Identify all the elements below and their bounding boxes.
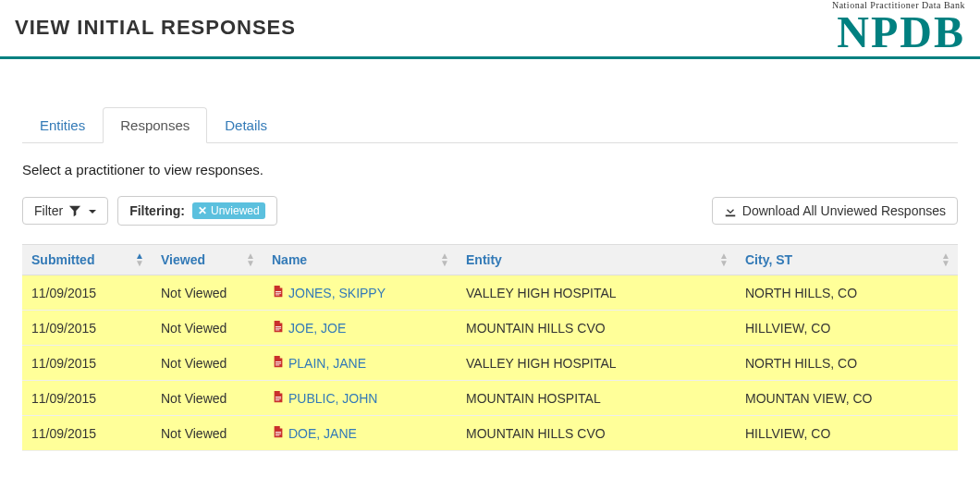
filtering-status: Filtering: ✕ Unviewed [117, 196, 277, 226]
svg-rect-5 [276, 330, 279, 331]
table-row[interactable]: 11/09/2015Not ViewedPLAIN, JANEVALLEY HI… [22, 346, 958, 381]
download-all-label: Download All Unviewed Responses [742, 203, 946, 218]
cell-submitted: 11/09/2015 [22, 416, 152, 451]
svg-rect-6 [276, 361, 281, 362]
cell-city-st: HILLVIEW, CO [736, 416, 958, 451]
col-city-st[interactable]: City, ST ▲▼ [736, 245, 958, 275]
cell-entity: VALLEY HIGH HOSPITAL [457, 346, 736, 381]
cell-city-st: NORTH HILLS, CO [736, 346, 958, 381]
cell-entity: VALLEY HIGH HOSPITAL [457, 275, 736, 311]
cell-viewed: Not Viewed [152, 311, 263, 346]
col-city-st-label: City, ST [745, 252, 792, 267]
sort-icon: ▲▼ [135, 252, 144, 267]
practitioner-link[interactable]: JOE, JOE [288, 321, 346, 336]
npdb-logo: National Practitioner Data Bank NPDB [832, 0, 965, 55]
cell-city-st: NORTH HILLS, CO [736, 275, 958, 311]
filter-tag-unviewed[interactable]: ✕ Unviewed [192, 202, 265, 219]
cell-name: DOE, JANE [263, 416, 457, 451]
table-row[interactable]: 11/09/2015Not ViewedDOE, JANEMOUNTAIN HI… [22, 416, 958, 451]
cell-name: PUBLIC, JOHN [263, 381, 457, 416]
cell-name: JOE, JOE [263, 311, 457, 346]
instruction-text: Select a practitioner to view responses. [22, 162, 958, 177]
svg-rect-1 [276, 293, 281, 294]
col-viewed-label: Viewed [161, 252, 205, 267]
cell-name: PLAIN, JANE [263, 346, 457, 381]
page-title: VIEW INITIAL RESPONSES [15, 16, 296, 40]
table-row[interactable]: 11/09/2015Not ViewedJONES, SKIPPYVALLEY … [22, 275, 958, 311]
funnel-icon [68, 204, 81, 217]
tab-bar: Entities Responses Details [22, 107, 958, 143]
cell-viewed: Not Viewed [152, 381, 263, 416]
toolbar-left: Filter Filtering: ✕ Unviewed [22, 196, 277, 226]
practitioner-link[interactable]: PLAIN, JANE [288, 356, 366, 371]
col-submitted-label: Submitted [31, 252, 94, 267]
cell-viewed: Not Viewed [152, 275, 263, 311]
responses-table: Submitted ▲▼ Viewed ▲▼ Name ▲▼ Entity ▲▼… [22, 244, 958, 451]
filter-button[interactable]: Filter [22, 197, 108, 225]
col-name-label: Name [272, 252, 307, 267]
pdf-icon [272, 427, 285, 441]
tab-details[interactable]: Details [207, 107, 285, 143]
cell-submitted: 11/09/2015 [22, 311, 152, 346]
download-all-button[interactable]: Download All Unviewed Responses [712, 197, 958, 225]
cell-entity: MOUNTAIN HOSPITAL [457, 381, 736, 416]
sort-icon: ▲▼ [440, 252, 449, 267]
cell-viewed: Not Viewed [152, 346, 263, 381]
svg-rect-4 [276, 328, 281, 329]
sort-icon: ▲▼ [719, 252, 729, 267]
sort-icon: ▲▼ [246, 252, 255, 267]
caret-down-icon [87, 203, 96, 218]
col-entity[interactable]: Entity ▲▼ [457, 245, 736, 275]
col-viewed[interactable]: Viewed ▲▼ [152, 245, 263, 275]
svg-rect-2 [276, 295, 279, 296]
col-submitted[interactable]: Submitted ▲▼ [22, 245, 152, 275]
table-row[interactable]: 11/09/2015Not ViewedPUBLIC, JOHNMOUNTAIN… [22, 381, 958, 416]
practitioner-link[interactable]: PUBLIC, JOHN [288, 391, 377, 406]
content-area: Entities Responses Details Select a prac… [0, 59, 980, 462]
filter-tag-label: Unviewed [211, 204, 260, 217]
cell-name: JONES, SKIPPY [263, 275, 457, 311]
svg-rect-11 [276, 400, 279, 401]
table-header-row: Submitted ▲▼ Viewed ▲▼ Name ▲▼ Entity ▲▼… [22, 245, 958, 275]
svg-rect-0 [276, 291, 281, 292]
cell-city-st: MOUNTAN VIEW, CO [736, 381, 958, 416]
cell-entity: MOUNTAIN HILLS CVO [457, 311, 736, 346]
col-entity-label: Entity [466, 252, 502, 267]
svg-rect-3 [276, 326, 281, 327]
cell-viewed: Not Viewed [152, 416, 263, 451]
download-icon [724, 204, 737, 217]
col-name[interactable]: Name ▲▼ [263, 245, 457, 275]
svg-rect-8 [276, 365, 279, 366]
sort-icon: ▲▼ [941, 252, 950, 267]
tab-responses[interactable]: Responses [103, 107, 207, 143]
filtering-label: Filtering: [129, 203, 185, 218]
cell-submitted: 11/09/2015 [22, 381, 152, 416]
svg-rect-14 [276, 435, 279, 436]
svg-rect-9 [276, 397, 281, 397]
pdf-icon [272, 287, 285, 300]
pdf-icon [272, 322, 285, 336]
tab-entities[interactable]: Entities [22, 107, 103, 143]
toolbar: Filter Filtering: ✕ Unviewed Download Al… [22, 196, 958, 226]
cell-city-st: HILLVIEW, CO [736, 311, 958, 346]
svg-rect-13 [276, 434, 281, 434]
filter-button-label: Filter [34, 203, 63, 218]
cell-submitted: 11/09/2015 [22, 275, 152, 311]
svg-rect-12 [276, 432, 281, 433]
table-row[interactable]: 11/09/2015Not ViewedJOE, JOEMOUNTAIN HIL… [22, 311, 958, 346]
close-icon: ✕ [198, 204, 207, 217]
page-header: VIEW INITIAL RESPONSES National Practiti… [0, 0, 980, 59]
logo-acronym: NPDB [832, 10, 965, 55]
practitioner-link[interactable]: DOE, JANE [288, 426, 357, 441]
practitioner-link[interactable]: JONES, SKIPPY [288, 286, 386, 300]
pdf-icon [272, 392, 285, 406]
svg-rect-10 [276, 398, 281, 399]
pdf-icon [272, 357, 285, 371]
cell-entity: MOUNTAIN HILLS CVO [457, 416, 736, 451]
svg-rect-7 [276, 363, 281, 364]
cell-submitted: 11/09/2015 [22, 346, 152, 381]
